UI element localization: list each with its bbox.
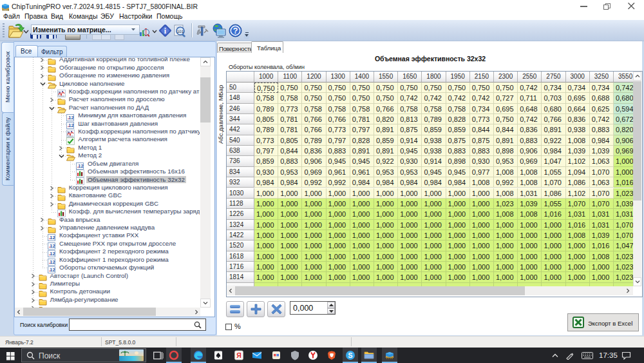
svg-text:Я: Я xyxy=(236,351,242,359)
svg-text:?: ? xyxy=(233,26,238,35)
svg-text:101: 101 xyxy=(177,30,184,34)
svg-text:S: S xyxy=(348,351,352,359)
